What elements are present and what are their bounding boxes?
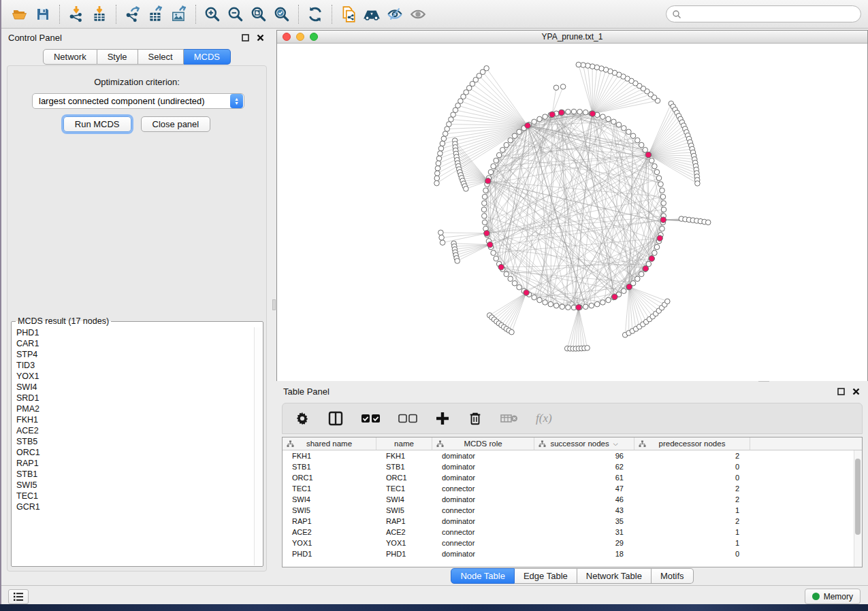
network-node[interactable] — [705, 220, 711, 225]
network-node[interactable] — [553, 303, 559, 308]
mcds-node[interactable] — [549, 112, 555, 117]
network-node[interactable] — [656, 176, 662, 181]
network-node[interactable] — [537, 116, 543, 122]
network-node[interactable] — [436, 156, 442, 161]
table-row[interactable]: SWI4SWI4dominator462 — [283, 494, 862, 505]
mcds-node[interactable] — [485, 178, 491, 184]
network-node[interactable] — [589, 303, 594, 308]
network-node[interactable] — [500, 148, 506, 153]
mcds-result-item[interactable]: FKH1 — [12, 414, 254, 425]
network-node[interactable] — [639, 142, 644, 148]
network-node[interactable] — [532, 295, 537, 300]
table-row[interactable]: RAP1RAP1dominator352 — [283, 516, 862, 527]
tab-node-table[interactable]: Node Table — [451, 568, 515, 584]
mcds-result-item[interactable]: ACE2 — [12, 425, 254, 436]
column-header-predecessor-nodes[interactable]: predecessor nodes — [634, 437, 750, 450]
network-node[interactable] — [661, 201, 666, 206]
network-search-icon[interactable] — [360, 3, 383, 26]
add-column-icon[interactable] — [435, 408, 450, 429]
network-node[interactable] — [438, 146, 444, 151]
close-table-panel-icon[interactable] — [850, 386, 861, 397]
network-node[interactable] — [654, 169, 660, 175]
import-network-icon[interactable] — [65, 3, 88, 26]
mcds-result-item[interactable]: ORC1 — [12, 447, 254, 458]
network-node[interactable] — [438, 230, 444, 235]
network-node[interactable] — [504, 271, 509, 277]
zoom-selected-icon[interactable] — [270, 3, 293, 26]
network-node[interactable] — [440, 141, 445, 146]
network-node[interactable] — [606, 297, 611, 303]
network-node[interactable] — [600, 114, 606, 120]
network-node[interactable] — [622, 126, 627, 131]
network-node[interactable] — [449, 117, 454, 122]
network-node[interactable] — [577, 110, 583, 115]
mcds-node[interactable] — [612, 294, 617, 299]
tab-style[interactable]: Style — [97, 49, 138, 65]
mcds-node[interactable] — [558, 110, 564, 115]
network-node[interactable] — [622, 288, 627, 294]
network-node[interactable] — [661, 207, 666, 212]
zoom-fit-icon[interactable] — [247, 3, 270, 26]
open-file-icon[interactable] — [8, 3, 31, 26]
table-row[interactable]: ACE2ACE2connector311 — [283, 527, 862, 538]
network-node[interactable] — [537, 297, 543, 303]
tab-select[interactable]: Select — [138, 49, 184, 65]
network-node[interactable] — [517, 129, 522, 135]
network-node[interactable] — [482, 214, 487, 219]
network-node[interactable] — [548, 301, 553, 307]
mcds-list-scrollbar[interactable] — [254, 327, 262, 565]
network-node[interactable] — [560, 304, 565, 310]
network-node[interactable] — [504, 142, 509, 148]
save-session-icon[interactable] — [31, 3, 54, 26]
network-node[interactable] — [482, 194, 487, 199]
table-row[interactable]: FKH1FKH1dominator962 — [283, 450, 862, 461]
network-node[interactable] — [443, 131, 448, 137]
tab-mcds[interactable]: MCDS — [184, 49, 231, 65]
network-node[interactable] — [496, 152, 502, 158]
show-graphics-details-icon[interactable] — [406, 3, 430, 26]
network-node[interactable] — [491, 250, 496, 256]
network-node[interactable] — [532, 119, 537, 125]
select-all-icon[interactable] — [361, 408, 381, 429]
network-node[interactable] — [441, 136, 447, 142]
network-node[interactable] — [660, 226, 665, 231]
table-scrollbar-thumb[interactable] — [855, 459, 861, 535]
float-panel-icon[interactable] — [240, 32, 251, 43]
network-node[interactable] — [658, 182, 664, 187]
mcds-node[interactable] — [484, 231, 489, 236]
network-node[interactable] — [649, 158, 655, 163]
network-node[interactable] — [571, 109, 577, 114]
mcds-node[interactable] — [487, 242, 493, 247]
network-node[interactable] — [583, 304, 588, 310]
network-node[interactable] — [512, 133, 517, 139]
network-node[interactable] — [695, 181, 701, 186]
settings-icon[interactable] — [295, 408, 310, 429]
network-node[interactable] — [652, 164, 658, 169]
mcds-result-item[interactable]: STB1 — [12, 469, 254, 480]
network-node[interactable] — [630, 133, 636, 139]
mcds-result-item[interactable]: PHD1 — [12, 327, 254, 338]
mcds-node[interactable] — [626, 284, 632, 289]
table-row[interactable]: STB1STB1dominator620 — [283, 461, 862, 472]
tab-network-table[interactable]: Network Table — [577, 568, 652, 584]
mcds-node[interactable] — [645, 152, 651, 157]
network-node[interactable] — [494, 256, 499, 261]
close-panel-button[interactable]: Close panel — [141, 116, 211, 132]
column-header-shared-name[interactable]: shared name — [283, 437, 376, 450]
mcds-result-item[interactable]: CAR1 — [12, 338, 254, 349]
mcds-node[interactable] — [649, 256, 654, 261]
tab-motifs[interactable]: Motifs — [652, 568, 694, 584]
network-node[interactable] — [435, 166, 440, 171]
network-node[interactable] — [508, 137, 513, 143]
network-node[interactable] — [654, 244, 660, 250]
delete-columns-icon[interactable] — [468, 408, 483, 429]
mcds-node[interactable] — [590, 111, 595, 116]
network-node[interactable] — [447, 122, 452, 127]
column-header-mcds-role[interactable]: MCDS role — [432, 437, 534, 450]
network-node[interactable] — [626, 129, 632, 135]
export-image-icon[interactable] — [167, 3, 191, 26]
network-node[interactable] — [660, 194, 666, 199]
network-node[interactable] — [445, 127, 450, 132]
column-header-name[interactable]: name — [376, 437, 432, 450]
network-node[interactable] — [434, 176, 440, 181]
